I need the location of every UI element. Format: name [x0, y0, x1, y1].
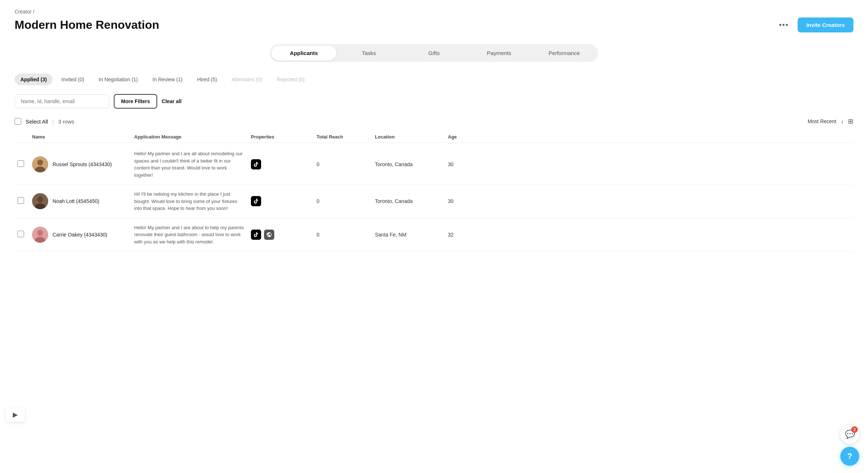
page-header: Modern Home Renovation ••• Invite Creato… [15, 17, 853, 32]
status-tab-in-review[interactable]: In Review (1) [147, 74, 188, 85]
age: 30 [445, 161, 474, 167]
row-checkbox-1[interactable] [18, 160, 24, 167]
main-tabs-nav: ApplicantsTasksGiftsPaymentsPerformance [270, 44, 598, 62]
row-checkbox-3[interactable] [18, 231, 24, 237]
help-icon: ? [847, 451, 852, 461]
properties-cell [248, 230, 314, 240]
status-tab-hired[interactable]: Hired (5) [191, 74, 222, 85]
tab-tasks[interactable]: Tasks [336, 46, 401, 60]
header-actions: ••• Invite Creators [776, 17, 853, 32]
sort-arrow-icon: ↓ [841, 118, 844, 125]
expand-button[interactable]: ▶ [6, 407, 25, 422]
avatar [32, 156, 48, 172]
table-body: Russel Sprouts (4343430)Hello! My partne… [15, 144, 853, 251]
creator-name[interactable]: Russel Sprouts (4343430) [53, 161, 112, 167]
sort-label[interactable]: Most Recent [807, 118, 836, 124]
filters-row: More Filters Clear all [15, 94, 853, 109]
row-checkbox-2[interactable] [18, 197, 24, 204]
divider: | [53, 118, 54, 125]
avatar [32, 227, 48, 243]
status-tab-invited[interactable]: Invited (0) [55, 74, 90, 85]
total-reach: 0 [314, 232, 372, 238]
application-message: Hello! My partner and I are about to hel… [131, 224, 248, 246]
avatar [32, 193, 48, 209]
tiktok-icon[interactable] [251, 230, 261, 240]
table-row: Noah Lott (4545450)Hi! I'll be redoing m… [15, 185, 853, 218]
chat-fab-button[interactable]: 💬 2 [840, 425, 859, 444]
more-options-button[interactable]: ••• [776, 19, 792, 31]
total-reach: 0 [314, 198, 372, 204]
table-row: Russel Sprouts (4343430)Hello! My partne… [15, 144, 853, 185]
tiktok-icon[interactable] [251, 159, 261, 169]
status-tab-applied[interactable]: Applied (3) [15, 74, 53, 85]
rows-count: 3 rows [58, 118, 74, 125]
table-controls: Select All | 3 rows Most Recent ↓ ⊞ [15, 117, 853, 125]
tiktok-icon[interactable] [251, 196, 261, 206]
help-fab-button[interactable]: ? [840, 447, 859, 466]
search-input[interactable] [15, 94, 109, 108]
invite-creators-button[interactable]: Invite Creators [798, 17, 853, 32]
status-tab-in-negotiation[interactable]: In Negotiation (1) [93, 74, 144, 85]
tab-gifts[interactable]: Gifts [402, 46, 466, 60]
tab-applicants[interactable]: Applicants [271, 46, 336, 60]
location: Toronto, Canada [372, 198, 445, 204]
svg-point-1 [37, 160, 43, 165]
tab-payments[interactable]: Payments [466, 46, 531, 60]
name-cell: Carrie Oakey (4343430) [29, 227, 131, 243]
table-header: NameApplication MessagePropertiesTotal R… [15, 131, 853, 143]
th-age: Age [445, 134, 474, 140]
properties-cell [248, 159, 314, 169]
total-reach: 0 [314, 161, 372, 167]
age: 30 [445, 198, 474, 204]
application-message: Hi! I'll be redoing my kitchen in the pl… [131, 191, 248, 212]
grid-view-button[interactable]: ⊞ [848, 117, 853, 125]
th-name: Name [29, 134, 131, 140]
th-properties: Properties [248, 134, 314, 140]
svg-point-7 [37, 230, 43, 236]
sort-controls: Most Recent ↓ ⊞ [807, 117, 853, 125]
page-title: Modern Home Renovation [15, 18, 159, 32]
th-total_reach: Total Reach [314, 134, 372, 140]
select-all-label[interactable]: Select All [26, 118, 48, 125]
table-row: Carrie Oakey (4343430)Hello! My partner … [15, 218, 853, 252]
name-cell: Russel Sprouts (4343430) [29, 156, 131, 172]
breadcrumb: Creator / [15, 9, 853, 15]
location: Toronto, Canada [372, 161, 445, 167]
chat-badge: 2 [851, 426, 858, 433]
more-filters-button[interactable]: More Filters [114, 94, 157, 109]
tab-performance[interactable]: Performance [532, 46, 597, 60]
status-tab-alternates: Alternates (0) [226, 74, 268, 85]
status-tabs: Applied (3)Invited (0)In Negotiation (1)… [15, 74, 853, 85]
application-message: Hello! My partner and I are all about re… [131, 150, 248, 179]
properties-cell [248, 196, 314, 206]
clear-all-button[interactable]: Clear all [162, 98, 181, 104]
age: 32 [445, 232, 474, 238]
globe-icon[interactable] [264, 230, 274, 240]
select-all-checkbox[interactable] [15, 118, 21, 125]
name-cell: Noah Lott (4545450) [29, 193, 131, 209]
location: Santa Fe, NM [372, 232, 445, 238]
creator-name[interactable]: Carrie Oakey (4343430) [53, 232, 107, 238]
select-all-row: Select All | 3 rows [15, 118, 74, 125]
creator-name[interactable]: Noah Lott (4545450) [53, 198, 99, 204]
svg-point-4 [37, 196, 43, 202]
th-application_message: Application Message [131, 134, 248, 140]
th-location: Location [372, 134, 445, 140]
status-tab-rejected: Rejected (0) [271, 74, 310, 85]
